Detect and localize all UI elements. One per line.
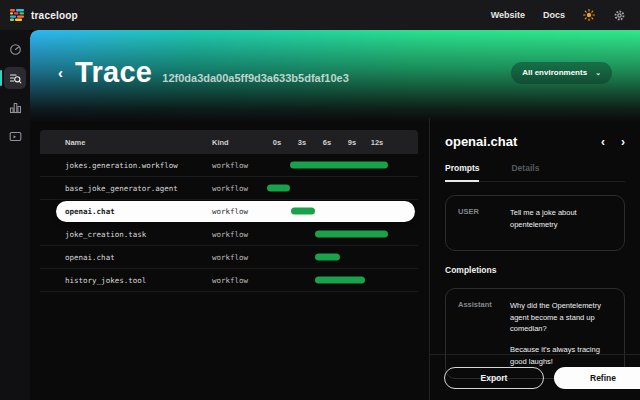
chevron-down-icon: ⌄	[595, 69, 601, 77]
span-name: openai.chat	[40, 207, 212, 216]
topbar: traceloop Website Docs	[0, 0, 640, 30]
tab-prompts[interactable]: Prompts	[445, 163, 479, 182]
span-track	[267, 200, 392, 222]
sidebar-item-traces[interactable]	[4, 67, 26, 89]
spans-table: Name Kind 0s3s6s9s12s jokes.generation.w…	[40, 130, 418, 292]
docs-link[interactable]: Docs	[543, 10, 565, 20]
detail-tabs: Prompts Details	[445, 163, 625, 182]
website-link[interactable]: Website	[491, 10, 525, 20]
span-row[interactable]: jokes.generation.workflowworkflow	[40, 154, 418, 177]
span-row[interactable]: joke_creation.taskworkflow	[40, 223, 418, 246]
main-panel: ‹ Trace 12f0da3da00a5ff9d3a633b5dfaf10e3…	[30, 30, 640, 400]
span-pager: ‹ ›	[601, 136, 625, 148]
search-traces-icon	[9, 72, 22, 85]
bar-chart-icon	[9, 101, 22, 114]
page-title: Trace	[75, 58, 152, 87]
brand-name: traceloop	[31, 10, 78, 21]
span-row[interactable]: history_jokes.toolworkflow	[40, 269, 418, 292]
span-kind: workflow	[212, 230, 267, 239]
prompt-card: USER Tell me a joke about opentelemetry	[445, 195, 625, 251]
sidebar-item-playground[interactable]	[4, 125, 26, 147]
trace-hero: ‹ Trace 12f0da3da00a5ff9d3a633b5dfaf10e3…	[30, 30, 640, 122]
span-name: joke_creation.task	[40, 230, 212, 239]
prompt-text: Tell me a joke about opentelemetry	[510, 207, 612, 239]
duration-bar	[315, 277, 365, 284]
sidebar	[0, 30, 30, 400]
gauge-icon	[9, 43, 22, 56]
spans-table-header: Name Kind 0s3s6s9s12s	[40, 130, 418, 154]
span-title: openai.chat	[445, 134, 517, 149]
next-span-button[interactable]: ›	[621, 136, 625, 148]
completions-heading: Completions	[445, 265, 625, 275]
column-header-kind: Kind	[212, 138, 267, 147]
span-track	[267, 269, 392, 291]
span-track	[267, 223, 392, 245]
span-track	[267, 246, 392, 268]
timeline-axis: 0s3s6s9s12s	[267, 130, 392, 154]
trace-id: 12f0da3da00a5ff9d3a633b5dfaf10e3	[162, 72, 349, 84]
column-header-name: Name	[40, 138, 212, 147]
timeline-tick: 9s	[348, 138, 356, 147]
traceloop-app: traceloop Website Docs	[0, 0, 640, 400]
duration-bar	[315, 254, 340, 261]
timeline-tick: 0s	[273, 138, 281, 147]
sidebar-item-dashboard[interactable]	[4, 38, 26, 60]
environment-dropdown-value: All environments	[522, 68, 587, 77]
tab-details[interactable]: Details	[511, 163, 539, 181]
span-kind: workflow	[212, 207, 267, 216]
span-row[interactable]: base_joke_generator.agentworkflow	[40, 177, 418, 200]
span-kind: workflow	[212, 184, 267, 193]
span-row[interactable]: openai.chatworkflow	[40, 246, 418, 269]
span-name: base_joke_generator.agent	[40, 184, 212, 193]
theme-toggle-sun-icon[interactable]	[583, 9, 595, 21]
prev-span-button[interactable]: ‹	[601, 136, 605, 148]
span-kind: workflow	[212, 276, 267, 285]
prompt-role-label: USER	[458, 207, 510, 239]
span-row[interactable]: openai.chatworkflow	[40, 200, 418, 223]
playground-icon	[9, 130, 22, 143]
duration-bar	[267, 185, 290, 192]
traceloop-logo	[10, 9, 25, 21]
span-name: openai.chat	[40, 253, 212, 262]
spans-table-body: jokes.generation.workflowworkflowbase_jo…	[40, 154, 418, 292]
export-button[interactable]: Export	[444, 367, 544, 389]
span-kind: workflow	[212, 161, 267, 170]
timeline-tick: 3s	[298, 138, 306, 147]
span-track	[267, 177, 392, 199]
span-kind: workflow	[212, 253, 267, 262]
span-name: history_jokes.tool	[40, 276, 212, 285]
timeline-tick: 6s	[323, 138, 331, 147]
back-button[interactable]: ‹	[58, 65, 63, 80]
topbar-right: Website Docs	[491, 9, 640, 22]
duration-bar	[315, 231, 388, 238]
duration-bar	[291, 208, 315, 215]
span-track	[267, 154, 392, 176]
settings-gear-icon[interactable]	[613, 9, 626, 22]
span-name: jokes.generation.workflow	[40, 161, 212, 170]
detail-footer: Export Refine	[429, 354, 640, 400]
duration-bar	[290, 162, 388, 169]
sidebar-item-analytics[interactable]	[4, 96, 26, 118]
environment-dropdown[interactable]: All environments ⌄	[511, 62, 612, 84]
refine-button[interactable]: Refine	[554, 367, 640, 389]
timeline-tick: 12s	[371, 138, 384, 147]
brand: traceloop	[0, 9, 78, 21]
